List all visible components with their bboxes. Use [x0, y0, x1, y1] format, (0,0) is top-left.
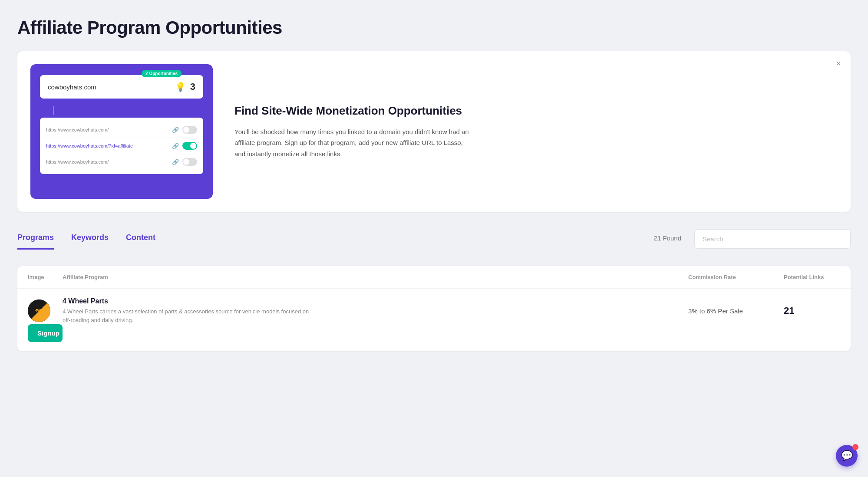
- chat-badge: [852, 444, 858, 450]
- table-header: Image Affiliate Program Commission Rate …: [17, 266, 851, 289]
- illus-number: 3: [190, 81, 195, 92]
- link-icon-1: 🔗: [172, 127, 179, 133]
- link-text-3: https://www.cowboyhats.com/: [46, 159, 109, 164]
- program-description: 4 Wheel Parts carries a vast selection o…: [63, 307, 314, 324]
- program-name: 4 Wheel Parts: [63, 297, 593, 305]
- toggle-1[interactable]: [182, 126, 197, 134]
- search-box: [694, 229, 851, 253]
- banner-description: You'll be shocked how many times you lin…: [234, 126, 473, 160]
- toggle-2[interactable]: [182, 142, 197, 150]
- illus-domain: cowboyhats.com: [48, 83, 96, 91]
- toggle-3[interactable]: [182, 158, 197, 166]
- program-info: 4 Wheel Parts 4 Wheel Parts carries a va…: [63, 297, 593, 324]
- search-input[interactable]: [694, 229, 851, 249]
- link-icon-3: 🔗: [172, 159, 179, 165]
- illus-right: 💡 3: [175, 81, 195, 92]
- link-right-1: 🔗: [172, 126, 197, 134]
- banner-text: Find Site-Wide Monetization Opportunitie…: [234, 104, 473, 159]
- th-commission: Commission Rate: [688, 274, 784, 280]
- link-row-2: https://www.cowboyhats.com/?id=affiliate…: [40, 138, 203, 154]
- th-program: Affiliate Program: [63, 274, 593, 280]
- program-logo: 4WP: [28, 299, 50, 322]
- illus-links-panel: https://www.cowboyhats.com/ 🔗 https://ww…: [40, 118, 203, 174]
- logo-placeholder: 4WP: [28, 299, 50, 322]
- potential-links-value: 21: [784, 305, 840, 316]
- table-row: 4WP 4 Wheel Parts 4 Wheel Parts carries …: [17, 289, 851, 351]
- signup-button[interactable]: Signup: [28, 324, 63, 342]
- link-text-2: https://www.cowboyhats.com/?id=affiliate: [46, 143, 133, 148]
- tab-keywords[interactable]: Keywords: [71, 233, 109, 250]
- banner-card: × cowboyhats.com 2 Opportunities 💡 3 htt…: [17, 51, 851, 212]
- chat-bubble[interactable]: 💬: [836, 445, 858, 467]
- illus-badge: 2 Opportunities: [142, 70, 182, 77]
- close-button[interactable]: ×: [836, 59, 841, 68]
- banner-illustration: cowboyhats.com 2 Opportunities 💡 3 https…: [30, 64, 213, 199]
- link-right-2: 🔗: [172, 142, 197, 150]
- illus-connector: [53, 106, 54, 115]
- commission-rate: 3% to 6% Per Sale: [688, 307, 784, 315]
- tabs-row: Programs Keywords Content 21 Found: [17, 229, 851, 253]
- found-label: 21 Found: [654, 234, 681, 248]
- th-image: Image: [28, 274, 63, 280]
- link-row-1: https://www.cowboyhats.com/ 🔗: [40, 122, 203, 138]
- link-icon-2: 🔗: [172, 143, 179, 149]
- link-row-3: https://www.cowboyhats.com/ 🔗: [40, 154, 203, 170]
- page-title: Affiliate Program Opportunities: [17, 17, 851, 38]
- table-card: Image Affiliate Program Commission Rate …: [17, 266, 851, 351]
- bulb-icon: 💡: [175, 82, 186, 92]
- tab-programs[interactable]: Programs: [17, 233, 54, 250]
- link-text-1: https://www.cowboyhats.com/: [46, 127, 109, 132]
- illus-top-bar: cowboyhats.com 2 Opportunities 💡 3: [40, 75, 203, 99]
- tab-content[interactable]: Content: [126, 233, 155, 250]
- banner-heading: Find Site-Wide Monetization Opportunitie…: [234, 104, 473, 118]
- th-links: Potential Links: [784, 274, 840, 280]
- link-right-3: 🔗: [172, 158, 197, 166]
- chat-icon: 💬: [841, 450, 853, 461]
- logo-text: 4WP: [35, 309, 43, 313]
